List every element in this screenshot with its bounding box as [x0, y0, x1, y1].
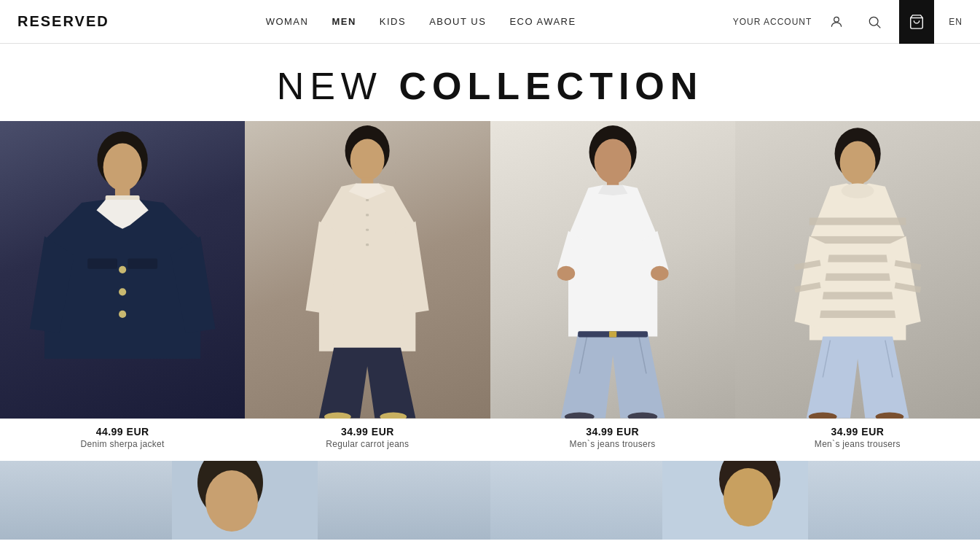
bottom-figure-left: [172, 461, 318, 540]
product-price: 34.99 EUR: [586, 426, 639, 438]
hero-heading: NEW COLLECTION: [0, 44, 980, 121]
figure-silhouette: [0, 121, 245, 419]
product-name: Men`s jeans trousers: [570, 439, 656, 449]
svg-point-9: [119, 288, 126, 295]
nav-item-men[interactable]: MEN: [332, 16, 356, 27]
bottom-banner-right: [490, 461, 981, 540]
product-image: [0, 121, 245, 419]
user-icon: [829, 15, 844, 29]
nav-item-eco-aware[interactable]: ECO AWARE: [509, 16, 576, 27]
cart-button[interactable]: [899, 0, 934, 44]
product-card[interactable]: 44.99 EUR Denim sherpa jacket: [0, 121, 245, 461]
product-price: 44.99 EUR: [96, 426, 149, 438]
svg-point-53: [205, 470, 258, 532]
header: RESERVED WOMAN MEN KIDS ABOUT US ECO AWA…: [0, 0, 980, 44]
svg-rect-32: [609, 331, 616, 337]
product-name: Men`s jeans trousers: [815, 439, 901, 449]
account-icon-button[interactable]: [823, 9, 850, 35]
svg-point-1: [870, 17, 879, 26]
bottom-banner-left: [0, 461, 490, 540]
figure-silhouette: [490, 121, 735, 419]
svg-rect-17: [366, 214, 369, 216]
bottom-figure-right: [662, 461, 808, 540]
product-grid: 44.99 EUR Denim sherpa jacket: [0, 121, 980, 461]
svg-rect-36: [810, 217, 906, 225]
svg-rect-37: [810, 236, 906, 244]
product-card[interactable]: 34.99 EUR Men`s jeans trousers: [490, 121, 735, 461]
figure-silhouette: [735, 121, 980, 419]
svg-rect-40: [810, 292, 906, 299]
product-card[interactable]: 34.99 EUR Men`s jeans trousers: [735, 121, 980, 461]
svg-point-25: [557, 266, 574, 281]
product-price: 34.99 EUR: [831, 426, 884, 438]
svg-point-14: [350, 139, 385, 180]
svg-rect-11: [87, 258, 117, 268]
product-price: 34.99 EUR: [341, 426, 394, 438]
nav-item-about-us[interactable]: ABOUT US: [429, 16, 486, 27]
logo[interactable]: RESERVED: [17, 13, 109, 30]
svg-point-26: [651, 266, 668, 281]
svg-rect-16: [366, 199, 369, 201]
product-image: [735, 121, 980, 419]
product-name: Regular carrot jeans: [326, 439, 409, 449]
hero-section: NEW COLLECTION: [0, 44, 980, 121]
account-link[interactable]: YOUR ACCOUNT: [733, 17, 812, 27]
svg-point-34: [839, 141, 875, 184]
product-card[interactable]: 34.99 EUR Regular carrot jeans: [245, 121, 490, 461]
language-button[interactable]: EN: [949, 17, 963, 27]
bottom-banner[interactable]: [0, 461, 980, 540]
svg-point-8: [119, 266, 126, 273]
search-icon: [867, 15, 882, 29]
product-name: Denim sherpa jacket: [81, 439, 165, 449]
svg-point-42: [841, 184, 874, 198]
svg-point-56: [724, 468, 773, 526]
svg-point-23: [594, 139, 631, 183]
svg-point-10: [119, 311, 126, 318]
cart-icon: [909, 14, 925, 30]
svg-point-0: [834, 17, 839, 22]
svg-rect-19: [366, 244, 369, 246]
product-image: [245, 121, 490, 419]
svg-line-2: [877, 24, 881, 28]
svg-point-5: [103, 144, 142, 191]
search-button[interactable]: [861, 9, 887, 35]
svg-rect-12: [128, 258, 157, 268]
product-image: [490, 121, 735, 419]
nav-item-kids[interactable]: KIDS: [380, 16, 406, 27]
nav-item-woman[interactable]: WOMAN: [266, 16, 309, 27]
svg-rect-41: [810, 311, 906, 318]
header-right: YOUR ACCOUNT EN: [733, 0, 963, 44]
svg-rect-18: [366, 229, 369, 231]
figure-silhouette: [245, 121, 490, 419]
main-nav: WOMAN MEN KIDS ABOUT US ECO AWARE: [266, 16, 576, 27]
